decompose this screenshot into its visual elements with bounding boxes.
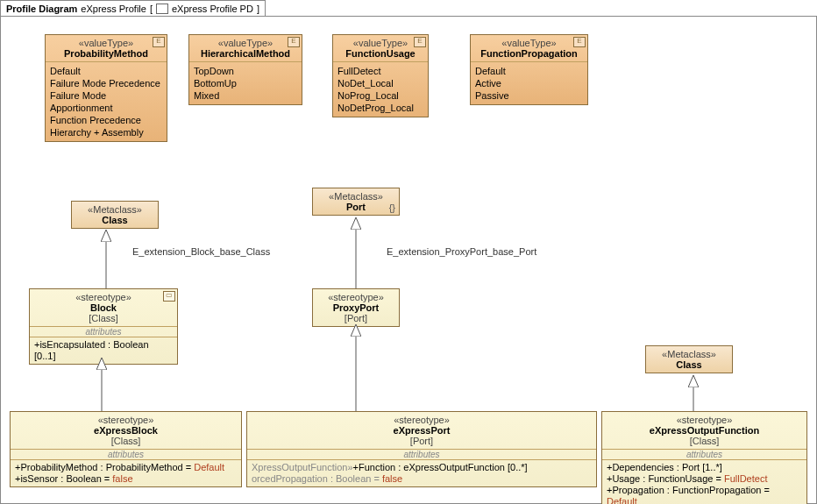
metaclass-class-left[interactable]: «Metaclass»Class: [71, 201, 159, 229]
metaclass-port[interactable]: «Metaclass»Port{}: [312, 188, 400, 216]
stereotype-expressoutputfunction[interactable]: «stereotype»eXpressOutputFunction[Class]…: [601, 411, 807, 504]
valuetype-probability-method[interactable]: E«valueType»ProbabilityMethod DefaultFai…: [45, 34, 167, 142]
doc-icon: [156, 4, 168, 14]
diagram-frame: E«valueType»ProbabilityMethod DefaultFai…: [0, 16, 817, 504]
valuetype-function-usage[interactable]: E«valueType»FunctionUsage FullDetectNoDe…: [332, 34, 429, 117]
stereotype-expressport[interactable]: «stereotype»eXpressPort[Port] attributes…: [246, 411, 597, 487]
metaclass-class-right[interactable]: «Metaclass»Class: [645, 345, 733, 373]
tab-bracket: eXpress Profile PD: [172, 4, 253, 14]
compartment-icon: ▭: [163, 291, 175, 302]
valuetype-hierarchical-method[interactable]: E«valueType»HierarchicalMethod TopDownBo…: [188, 34, 302, 105]
valuetype-function-propagation[interactable]: E«valueType»FunctionPropagation DefaultA…: [470, 34, 588, 105]
diagram-tab: Profile Diagram eXpress Profile [ eXpres…: [0, 0, 266, 17]
stereotype-block[interactable]: ▭«stereotype»Block[Class] attributes +is…: [29, 288, 178, 365]
tab-main: eXpress Profile: [81, 4, 146, 14]
stereotype-proxyport[interactable]: «stereotype»ProxyPort[Port]: [312, 288, 400, 327]
stereotype-expressblock[interactable]: «stereotype»eXpressBlock[Class] attribut…: [10, 411, 242, 487]
edge-label-block: E_extension_Block_base_Class: [132, 246, 270, 257]
tab-prefix: Profile Diagram: [6, 4, 77, 14]
enum-body: DefaultFailure Mode PrecedenceFailure Mo…: [46, 62, 167, 141]
edge-label-proxyport: E_extension_ProxyPort_base_Port: [387, 246, 536, 257]
